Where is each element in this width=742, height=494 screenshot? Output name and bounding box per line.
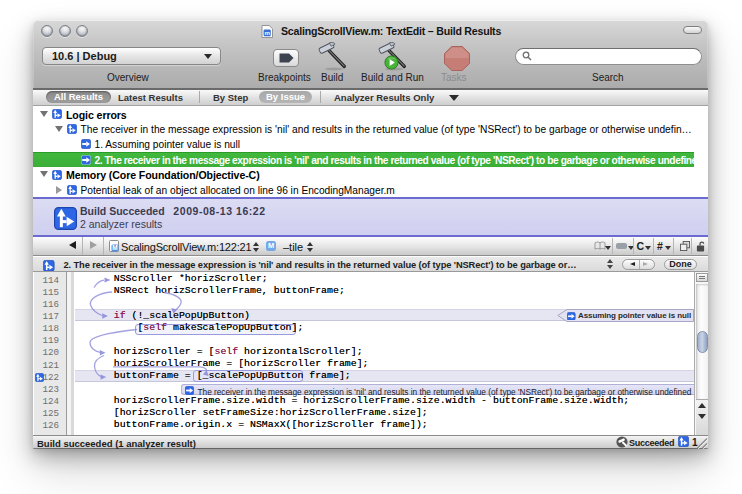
svg-text:M: M xyxy=(112,244,117,251)
svg-text:m: m xyxy=(264,29,270,36)
